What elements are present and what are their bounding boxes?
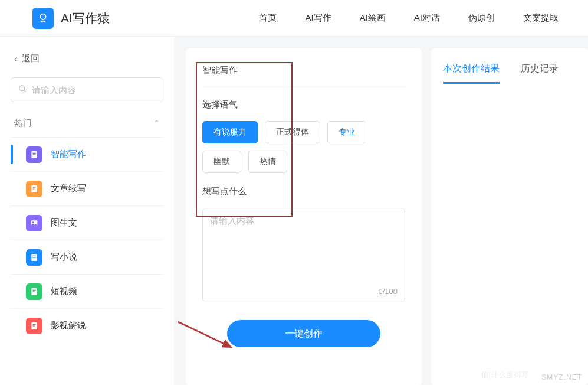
form-panel: 智能写作 选择语气 有说服力 正式得体 专业 幽默 热情 想写点什么 0/100…	[186, 48, 422, 385]
nav-write[interactable]: AI写作	[305, 12, 331, 24]
sidebar-item-continue[interactable]: 文章续写	[11, 171, 163, 205]
sidebar-item-label: 智能写作	[51, 149, 86, 160]
svg-rect-12	[32, 255, 35, 256]
tab-current-result[interactable]: 本次创作结果	[443, 63, 500, 84]
search-icon	[18, 84, 27, 95]
topic-field[interactable]: 0/100	[202, 208, 405, 302]
doc-icon	[26, 249, 42, 266]
brand-title: AI写作猿	[61, 10, 110, 27]
svg-point-0	[40, 14, 45, 19]
doc-icon	[26, 283, 42, 300]
svg-rect-8	[32, 188, 34, 189]
result-panel: 本次创作结果 历史记录	[431, 48, 588, 385]
sidebar-item-label: 影视解说	[51, 320, 86, 331]
topic-label: 想写点什么	[202, 186, 405, 197]
nav-rewrite[interactable]: 伪原创	[468, 12, 495, 24]
svg-point-10	[32, 221, 34, 223]
svg-rect-5	[32, 154, 35, 155]
svg-line-2	[24, 90, 25, 92]
tone-group: 有说服力 正式得体 专业 幽默 热情	[202, 121, 405, 173]
svg-rect-18	[32, 324, 35, 324]
tab-history[interactable]: 历史记录	[521, 63, 559, 84]
tone-formal[interactable]: 正式得体	[265, 121, 320, 143]
tone-passionate[interactable]: 热情	[248, 151, 287, 173]
sidebar: ‹ 返回 热门 ⌃ 智能写作 文章续写	[0, 37, 174, 385]
nav-home[interactable]: 首页	[259, 12, 277, 24]
topic-textarea[interactable]	[210, 216, 398, 295]
svg-rect-15	[32, 289, 35, 290]
logo-icon	[32, 8, 54, 29]
back-label: 返回	[22, 53, 40, 64]
image-icon	[26, 215, 42, 231]
top-nav: 首页 AI写作 AI绘画 AI对话 伪原创 文案提取	[259, 12, 559, 24]
sidebar-item-label: 文章续写	[51, 183, 86, 194]
chevron-left-icon: ‹	[14, 54, 17, 64]
form-title: 智能写作	[202, 65, 405, 76]
svg-rect-4	[32, 152, 35, 153]
nav-extract[interactable]: 文案提取	[523, 12, 559, 24]
create-button[interactable]: 一键创作	[227, 320, 380, 347]
svg-point-1	[19, 86, 25, 91]
tone-professional[interactable]: 专业	[327, 121, 366, 143]
svg-rect-7	[32, 187, 35, 187]
doc-icon	[26, 318, 42, 334]
sidebar-item-label: 图生文	[51, 217, 77, 229]
tone-label: 选择语气	[202, 99, 405, 110]
watermark-text: 值|什么度得邓	[481, 370, 529, 380]
search-box[interactable]	[11, 77, 163, 102]
svg-rect-19	[32, 325, 35, 326]
chevron-up-icon: ⌃	[153, 119, 160, 128]
sidebar-item-label: 写小说	[51, 252, 77, 263]
back-button[interactable]: ‹ 返回	[11, 53, 163, 64]
search-input[interactable]	[32, 85, 156, 95]
section-hot[interactable]: 热门 ⌃	[11, 118, 163, 137]
sidebar-item-movie[interactable]: 影视解说	[11, 308, 163, 342]
doc-icon	[26, 146, 42, 163]
sidebar-item-label: 短视频	[51, 286, 77, 297]
doc-icon	[26, 181, 42, 197]
header: AI写作猿 首页 AI写作 AI绘画 AI对话 伪原创 文案提取	[0, 0, 588, 37]
divider	[202, 87, 405, 87]
sidebar-item-novel[interactable]: 写小说	[11, 240, 163, 274]
section-label: 热门	[14, 118, 32, 129]
sidebar-item-short-video[interactable]: 短视频	[11, 274, 163, 308]
watermark-text: SMYZ.NET	[541, 373, 582, 381]
svg-rect-16	[32, 291, 34, 292]
char-counter: 0/100	[378, 287, 398, 296]
result-tabs: 本次创作结果 历史记录	[443, 63, 576, 84]
svg-rect-13	[32, 257, 35, 257]
tone-persuasive[interactable]: 有说服力	[202, 121, 258, 143]
sidebar-item-smart-writing[interactable]: 智能写作	[11, 137, 163, 171]
sidebar-item-image-to-text[interactable]: 图生文	[11, 205, 163, 240]
nav-paint[interactable]: AI绘画	[360, 12, 386, 24]
tone-humor[interactable]: 幽默	[202, 151, 241, 173]
nav-chat[interactable]: AI对话	[414, 12, 440, 24]
